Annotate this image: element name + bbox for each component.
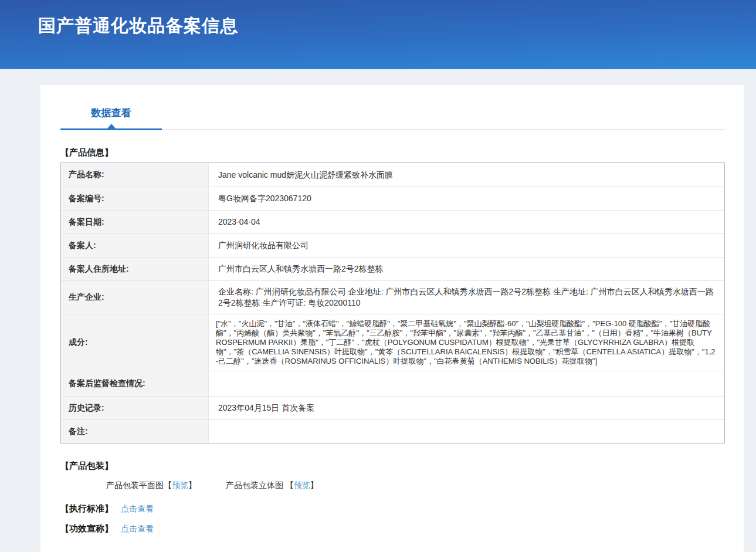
- row-label: 生产企业:: [61, 281, 209, 314]
- row-label: 成分:: [61, 314, 209, 371]
- row-value: 广州市白云区人和镇秀水塘西一路2号2栋整栋: [209, 258, 724, 280]
- row-value: 企业名称: 广州润研化妆品有限公司 企业地址: 广州市白云区人和镇秀水塘西一路2…: [209, 281, 724, 314]
- bracket-open: 【: [286, 480, 294, 490]
- page-title: 国产普通化妆品备案信息: [0, 0, 756, 36]
- table-row-filing-number: 备案编号: 粤G妆网备字2023067120: [61, 187, 724, 210]
- row-label: 备案后监督检查情况:: [61, 371, 209, 396]
- table-row-manufacturer: 生产企业: 企业名称: 广州润研化妆品有限公司 企业地址: 广州市白云区人和镇秀…: [61, 280, 724, 314]
- standard-line: 【执行标准】 点击查看: [60, 503, 725, 514]
- row-label: 历史记录:: [61, 397, 209, 419]
- product-info-table: 产品名称: Jane volcanic mud妍泥火山泥舒缓紧致补水面膜 备案编…: [60, 162, 725, 443]
- row-label: 备注:: [61, 420, 209, 443]
- efficacy-heading: 【功效宣称】: [60, 523, 113, 533]
- tab-data-view[interactable]: 数据查看: [60, 106, 162, 130]
- row-value: [209, 371, 724, 396]
- row-value: Jane volcanic mud妍泥火山泥舒缓紧致补水面膜: [209, 163, 724, 187]
- packaging-heading: 【产品包装】: [60, 460, 725, 472]
- row-label: 备案人:: [61, 234, 209, 257]
- efficacy-view-link[interactable]: 点击查看: [121, 524, 154, 533]
- row-value: [209, 420, 724, 443]
- table-row-supervision: 备案后监督检查情况:: [61, 371, 724, 396]
- bracket-close: 】: [188, 480, 196, 490]
- bracket-open: 【: [164, 480, 172, 490]
- row-value: 粤G妆网备字2023067120: [209, 187, 724, 210]
- row-value: ["水"，"火山泥"，"甘油"，"液体石蜡"，"鲸蜡硬脂醇"，"聚二甲基硅氧烷"…: [209, 314, 724, 371]
- packaging-stereo-preview-link[interactable]: 预览: [294, 480, 310, 490]
- table-row-history: 历史记录: 2023年04月15日 首次备案: [61, 396, 724, 419]
- row-value: 2023年04月15日 首次备案: [209, 397, 724, 419]
- row-label: 备案日期:: [61, 211, 209, 233]
- table-row-remarks: 备注:: [61, 419, 724, 443]
- standard-view-link[interactable]: 点击查看: [121, 504, 154, 513]
- row-label: 备案人住所地址:: [61, 258, 209, 280]
- tab-active-arrow-icon: [107, 124, 116, 128]
- tab-bar: 数据查看: [60, 106, 725, 130]
- packaging-flat-label: 产品包装平面图: [106, 480, 164, 490]
- packaging-stereo-item: 产品包装立体图 【预览】: [226, 480, 318, 491]
- content-card: 数据查看 【产品信息】 产品名称: Jane volcanic mud妍泥火山泥…: [40, 85, 744, 552]
- packaging-flat-item: 产品包装平面图【预览】: [106, 480, 196, 491]
- row-label: 产品名称:: [61, 163, 209, 187]
- bracket-close: 】: [310, 480, 318, 490]
- page-header: 国产普通化妆品备案信息: [0, 0, 756, 69]
- efficacy-line: 【功效宣称】 点击查看: [60, 523, 725, 534]
- standard-heading: 【执行标准】: [60, 503, 113, 513]
- row-value: 广州润研化妆品有限公司: [209, 234, 724, 257]
- packaging-flat-preview-link[interactable]: 预览: [172, 480, 188, 490]
- table-row-product-name: 产品名称: Jane volcanic mud妍泥火山泥舒缓紧致补水面膜: [61, 163, 724, 187]
- tab-active-underline: [60, 128, 162, 130]
- table-row-ingredients: 成分: ["水"，"火山泥"，"甘油"，"液体石蜡"，"鲸蜡硬脂醇"，"聚二甲基…: [61, 314, 724, 371]
- row-value: 2023-04-04: [209, 211, 724, 233]
- table-row-filer-address: 备案人住所地址: 广州市白云区人和镇秀水塘西一路2号2栋整栋: [61, 257, 724, 280]
- packaging-stereo-label: 产品包装立体图: [226, 480, 286, 490]
- packaging-line: 产品包装平面图【预览】 产品包装立体图 【预览】: [106, 480, 725, 491]
- row-label: 备案编号:: [61, 187, 209, 210]
- product-info-heading: 【产品信息】: [60, 147, 725, 158]
- table-row-filer: 备案人: 广州润研化妆品有限公司: [61, 233, 724, 257]
- table-row-filing-date: 备案日期: 2023-04-04: [61, 210, 724, 233]
